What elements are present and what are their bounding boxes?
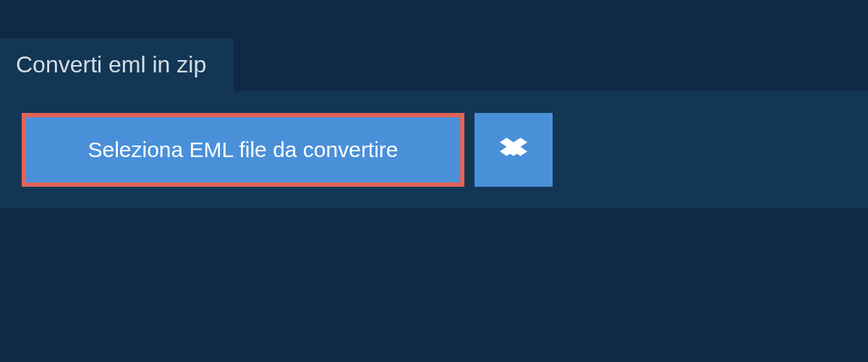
tab-convert-eml-zip[interactable]: Converti eml in zip xyxy=(0,38,234,91)
dropbox-button[interactable] xyxy=(475,113,553,187)
tab-label: Converti eml in zip xyxy=(16,51,206,77)
select-button-highlight: Seleziona EML file da convertire xyxy=(22,113,464,187)
dropbox-icon xyxy=(500,135,527,165)
button-row: Seleziona EML file da convertire xyxy=(22,113,846,187)
content-panel: Seleziona EML file da convertire xyxy=(0,91,868,209)
select-file-button-label: Seleziona EML file da convertire xyxy=(88,138,398,161)
select-file-button[interactable]: Seleziona EML file da convertire xyxy=(26,117,460,182)
